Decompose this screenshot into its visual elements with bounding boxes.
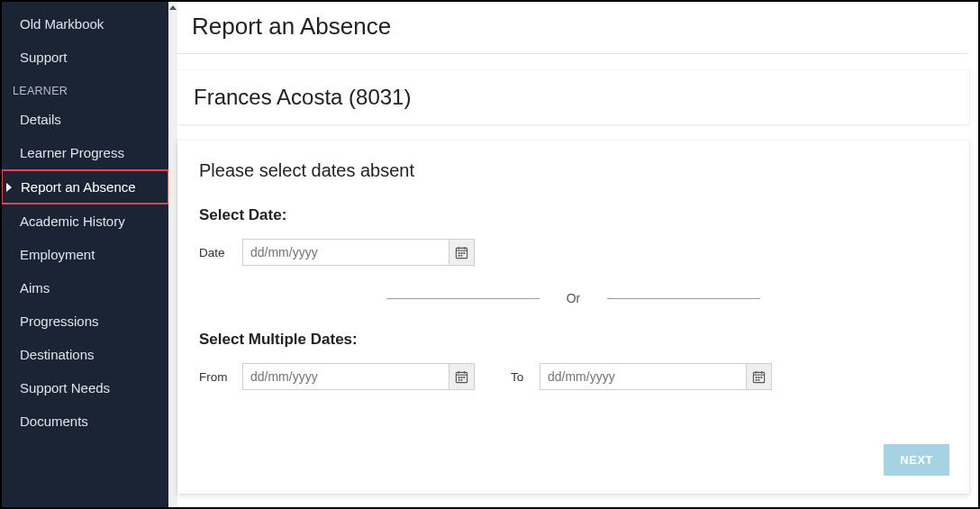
svg-rect-7	[458, 254, 460, 256]
from-date-row: From	[199, 363, 475, 390]
page-title: Report an Absence	[177, 2, 969, 54]
single-date-calendar-button[interactable]	[449, 240, 474, 265]
learner-name-header: Frances Acosta (8031)	[177, 70, 969, 124]
sidebar-item-academic-history[interactable]: Academic History	[2, 205, 168, 238]
svg-rect-14	[461, 377, 463, 378]
divider-line	[386, 298, 540, 299]
sidebar-item-label: Learner Progress	[20, 145, 124, 160]
divider-line	[607, 298, 760, 299]
or-divider: Or	[199, 291, 948, 305]
svg-rect-5	[461, 252, 463, 254]
main-content: Report an Absence Frances Acosta (8031) …	[168, 2, 978, 507]
to-date-row: To	[511, 363, 772, 390]
sidebar-item-report-absence[interactable]: Report an Absence	[2, 169, 168, 205]
sidebar-item-label: Destinations	[20, 347, 95, 362]
single-date-heading: Select Date:	[199, 206, 948, 224]
sidebar-item-label: Old Markbook	[20, 16, 104, 32]
svg-rect-6	[463, 252, 465, 254]
form-instruction: Please select dates absent	[199, 160, 948, 181]
from-label: From	[199, 370, 231, 384]
svg-rect-25	[756, 378, 758, 380]
svg-rect-23	[758, 377, 760, 378]
sidebar-item-label: Employment	[20, 247, 95, 262]
svg-rect-15	[463, 377, 465, 378]
next-button[interactable]: NEXT	[884, 444, 949, 476]
sidebar-item-old-markbook[interactable]: Old Markbook	[2, 7, 168, 41]
chevron-up-icon	[169, 5, 177, 10]
svg-rect-8	[461, 254, 463, 256]
active-indicator-icon	[6, 183, 12, 192]
date-label: Date	[199, 246, 231, 259]
to-date-calendar-button[interactable]	[746, 364, 771, 389]
sidebar-item-progressions[interactable]: Progressions	[2, 304, 168, 338]
calendar-icon	[455, 246, 468, 259]
absence-form-card: Please select dates absent Select Date: …	[177, 141, 969, 494]
or-label: Or	[567, 291, 581, 305]
sidebar-item-label: Academic History	[20, 214, 125, 229]
sidebar-item-details[interactable]: Details	[2, 103, 168, 136]
calendar-icon	[752, 370, 766, 384]
single-date-input[interactable]	[243, 240, 449, 265]
sidebar: Old Markbook Support LEARNER Details Lea…	[2, 2, 168, 507]
svg-rect-4	[458, 252, 460, 254]
sidebar-item-label: Details	[20, 112, 61, 127]
sidebar-item-aims[interactable]: Aims	[2, 271, 168, 304]
sidebar-item-documents[interactable]: Documents	[2, 404, 168, 438]
to-label: To	[511, 370, 529, 384]
svg-rect-16	[458, 378, 460, 380]
from-date-calendar-button[interactable]	[449, 364, 474, 389]
svg-rect-13	[458, 377, 460, 378]
sidebar-item-label: Progressions	[20, 314, 99, 329]
svg-rect-24	[760, 377, 762, 378]
sidebar-item-label: Aims	[20, 280, 50, 295]
scrollbar-track[interactable]	[168, 2, 177, 507]
to-date-input[interactable]	[540, 364, 746, 389]
sidebar-item-learner-progress[interactable]: Learner Progress	[2, 136, 168, 169]
sidebar-item-label: Support	[20, 50, 68, 65]
scroll-up-button[interactable]	[168, 2, 177, 13]
sidebar-item-employment[interactable]: Employment	[2, 238, 168, 271]
sidebar-item-label: Documents	[20, 414, 88, 429]
single-date-input-wrap	[242, 239, 475, 266]
to-date-input-wrap	[540, 363, 772, 390]
sidebar-item-label: Report an Absence	[21, 179, 136, 195]
from-date-input-wrap	[242, 363, 475, 390]
multi-date-heading: Select Multiple Dates:	[199, 331, 948, 349]
sidebar-section-header: LEARNER	[2, 74, 168, 103]
sidebar-item-destinations[interactable]: Destinations	[2, 338, 168, 371]
sidebar-item-support-needs[interactable]: Support Needs	[2, 371, 168, 404]
date-range-row: From To	[199, 363, 948, 390]
calendar-icon	[455, 370, 468, 384]
sidebar-item-support[interactable]: Support	[2, 41, 168, 74]
from-date-input[interactable]	[243, 364, 449, 389]
single-date-row: Date	[199, 239, 948, 266]
svg-rect-17	[461, 378, 463, 380]
svg-rect-22	[756, 377, 758, 378]
sidebar-item-label: Support Needs	[20, 380, 110, 395]
svg-rect-26	[758, 378, 760, 380]
